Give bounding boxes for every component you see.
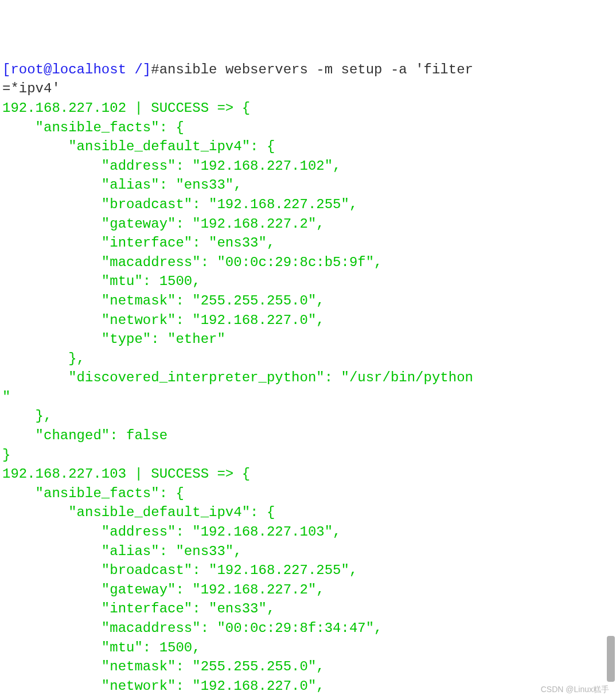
watermark-text: CSDN @Linux糕手 — [541, 684, 609, 696]
prompt-hash: # — [151, 62, 159, 77]
terminal-output[interactable]: [root@localhost /]#ansible webservers -m… — [2, 60, 614, 696]
prompt-userhost: [root@localhost /] — [2, 62, 151, 77]
scrollbar-thumb[interactable] — [607, 636, 615, 682]
ansible-json-output: 192.168.227.102 | SUCCESS => { "ansible_… — [2, 100, 473, 694]
